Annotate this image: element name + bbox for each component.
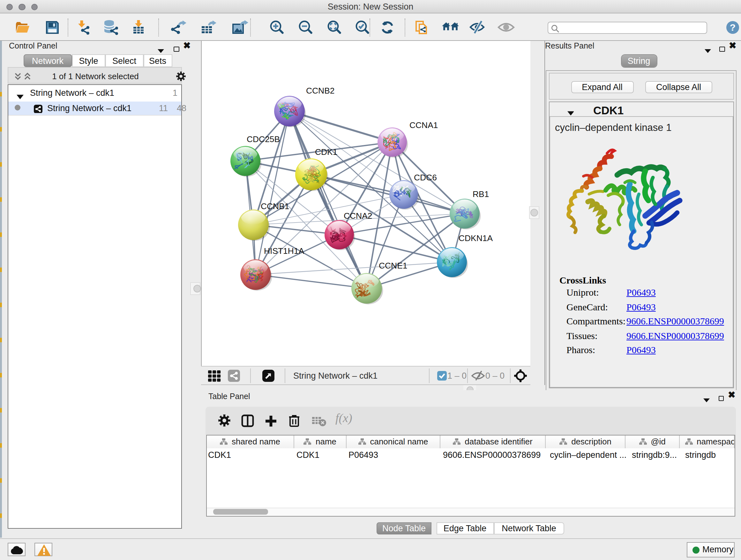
svg-text:CDK1: CDK1 xyxy=(315,147,337,157)
svg-text:CCNE1: CCNE1 xyxy=(379,261,407,270)
svg-text:?: ? xyxy=(730,22,736,32)
svg-text:CDC25B: CDC25B xyxy=(246,134,280,144)
svg-text:RB1: RB1 xyxy=(472,189,488,199)
svg-text:HIST1H1A: HIST1H1A xyxy=(264,246,304,256)
svg-text:CCNA1: CCNA1 xyxy=(409,120,437,130)
svg-text:CDKN1A: CDKN1A xyxy=(458,233,492,243)
svg-text:CCNB1: CCNB1 xyxy=(260,201,289,211)
svg-text:CCNA2: CCNA2 xyxy=(343,211,372,221)
svg-text:CCNB2: CCNB2 xyxy=(306,86,334,96)
svg-text:CDC6: CDC6 xyxy=(414,173,436,182)
